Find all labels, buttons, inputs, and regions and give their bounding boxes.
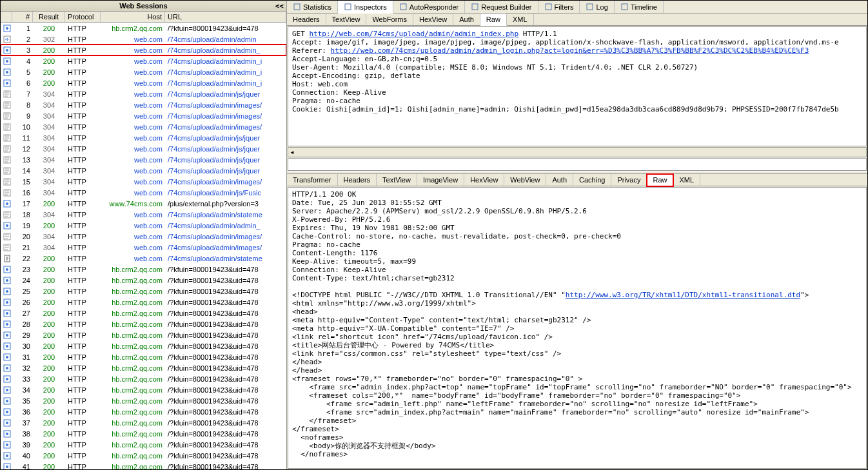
request-url[interactable]: http://web.com/74cms/upload/admin/admin_… bbox=[310, 30, 519, 38]
resptab-caching[interactable]: Caching bbox=[573, 174, 611, 186]
filter-icon bbox=[544, 3, 553, 11]
reqtab-xml[interactable]: XML bbox=[507, 14, 534, 25]
session-row[interactable]: 26200HTTPhb.crm2.qq.com/?kfuin=800019423… bbox=[1, 297, 286, 308]
session-row[interactable]: 27200HTTPhb.crm2.qq.com/?kfuin=800019423… bbox=[1, 308, 286, 318]
session-row[interactable]: 33200HTTPhb.crm2.qq.com/?kfuin=800019423… bbox=[1, 373, 286, 384]
session-row[interactable]: 34200HTTPhb.crm2.qq.com/?kfuin=800019423… bbox=[1, 384, 286, 395]
referer-url[interactable]: http://web.com/74cms/upload/admin/admin_… bbox=[331, 46, 809, 55]
session-row[interactable]: 28200HTTPhb.crm2.qq.com/?kfuin=800019423… bbox=[1, 318, 286, 329]
resptab-raw[interactable]: Raw bbox=[647, 174, 673, 186]
log-icon bbox=[586, 3, 594, 11]
col-result[interactable]: Result bbox=[33, 12, 65, 22]
tab-statistics[interactable]: Statistics bbox=[287, 1, 338, 13]
resptab-imageview[interactable]: ImageView bbox=[417, 174, 464, 186]
reqtab-raw[interactable]: Raw bbox=[480, 14, 507, 26]
row-icon bbox=[1, 79, 12, 87]
col-number[interactable]: # bbox=[12, 12, 33, 22]
session-row[interactable]: 13304HTTPweb.com/74cms/upload/admin/js/j… bbox=[1, 154, 286, 165]
sessions-header: Web Sessions << bbox=[1, 1, 286, 12]
resptab-hexview[interactable]: HexView bbox=[464, 174, 504, 186]
session-row[interactable]: 18304HTTPweb.com/74cms/upload/admin/stat… bbox=[1, 209, 286, 220]
svg-rect-68 bbox=[345, 4, 351, 10]
session-row[interactable]: 32200HTTPhb.crm2.qq.com/?kfuin=800019423… bbox=[1, 362, 286, 373]
session-row[interactable]: 1200HTTPhb.crm2.qq.com/?kfuin=800019423&… bbox=[1, 23, 286, 34]
svg-rect-72 bbox=[587, 4, 593, 10]
tab-timeline[interactable]: Timeline bbox=[615, 1, 664, 13]
resptab-privacy[interactable]: Privacy bbox=[611, 174, 647, 186]
col-protocol[interactable]: Protocol bbox=[65, 12, 101, 22]
session-row[interactable]: 10304HTTPweb.com/74cms/upload/admin/imag… bbox=[1, 121, 286, 132]
resptab-auth[interactable]: Auth bbox=[546, 174, 573, 186]
session-row[interactable]: 40200HTTPhb.crm2.qq.com/?kfuin=800019423… bbox=[1, 450, 286, 461]
svg-point-40 bbox=[6, 323, 8, 326]
session-row[interactable]: 24200HTTPhb.crm2.qq.com/?kfuin=800019423… bbox=[1, 275, 286, 286]
session-row[interactable]: 36200HTTPhb.crm2.qq.com/?kfuin=800019423… bbox=[1, 406, 286, 417]
session-row[interactable]: 38200HTTPhb.crm2.qq.com/?kfuin=800019423… bbox=[1, 428, 286, 439]
svg-point-52 bbox=[6, 389, 8, 391]
svg-point-34 bbox=[6, 290, 8, 293]
builder-icon bbox=[471, 3, 479, 11]
reqtab-headers[interactable]: Headers bbox=[287, 14, 326, 25]
session-row[interactable]: 11304HTTPweb.com/74cms/upload/admin/js/j… bbox=[1, 132, 286, 143]
tab-inspectors[interactable]: Inspectors bbox=[338, 1, 393, 14]
svg-point-56 bbox=[6, 411, 8, 413]
request-find[interactable] bbox=[288, 158, 867, 171]
session-row[interactable]: 9304HTTPweb.com/74cms/upload/admin/image… bbox=[1, 110, 286, 121]
sessions-panel: Web Sessions << # Result Protocol Host U… bbox=[1, 1, 287, 469]
svg-rect-69 bbox=[400, 4, 406, 10]
svg-point-64 bbox=[6, 455, 8, 457]
session-row[interactable]: 21304HTTPweb.com/74cms/upload/admin/imag… bbox=[1, 242, 286, 253]
session-row[interactable]: 29200HTTPhb.crm2.qq.com/?kfuin=800019423… bbox=[1, 329, 286, 340]
session-row[interactable]: 4200HTTPweb.com/74cms/upload/admin/admin… bbox=[1, 55, 286, 66]
session-row[interactable]: 15304HTTPweb.com/74cms/upload/admin/imag… bbox=[1, 176, 286, 187]
col-host[interactable]: Host bbox=[101, 12, 165, 22]
reqtab-textview[interactable]: TextView bbox=[326, 14, 367, 25]
resptab-transformer[interactable]: Transformer bbox=[287, 174, 338, 186]
request-hscroll[interactable] bbox=[288, 147, 867, 157]
chart-icon bbox=[293, 3, 301, 11]
session-row[interactable]: 20304HTTPweb.com/74cms/upload/admin/imag… bbox=[1, 231, 286, 242]
session-row[interactable]: 6200HTTPweb.com/74cms/upload/admin/admin… bbox=[1, 77, 286, 88]
sessions-list[interactable]: 1200HTTPhb.crm2.qq.com/?kfuin=800019423&… bbox=[1, 23, 286, 469]
response-raw[interactable]: HTTP/1.1 200 OK Date: Tue, 25 Jun 2013 0… bbox=[288, 187, 867, 469]
session-row[interactable]: 35200HTTPhb.crm2.qq.com/?kfuin=800019423… bbox=[1, 395, 286, 406]
reqtab-webforms[interactable]: WebForms bbox=[366, 14, 413, 25]
session-row[interactable]: 17200HTTPwww.74cms.com/plus/external.php… bbox=[1, 198, 286, 209]
request-raw[interactable]: GET http://web.com/74cms/upload/admin/ad… bbox=[288, 26, 867, 146]
row-icon bbox=[1, 221, 12, 230]
session-row[interactable]: 8304HTTPweb.com/74cms/upload/admin/image… bbox=[1, 99, 286, 110]
session-row[interactable]: 19200HTTPweb.com/74cms/upload/admin/admi… bbox=[1, 220, 286, 231]
session-row[interactable]: 7304HTTPweb.com/74cms/upload/admin/js/jq… bbox=[1, 88, 286, 99]
row-icon bbox=[1, 57, 12, 65]
col-url[interactable]: URL bbox=[165, 12, 286, 22]
session-row[interactable]: 5200HTTPweb.com/74cms/upload/admin/admin… bbox=[1, 66, 286, 77]
reqtab-auth[interactable]: Auth bbox=[453, 14, 480, 25]
resptab-headers[interactable]: Headers bbox=[338, 174, 377, 186]
row-icon bbox=[1, 166, 12, 175]
resptab-textview[interactable]: TextView bbox=[377, 174, 417, 186]
session-row[interactable]: 3200HTTPweb.com/74cms/upload/admin/admin… bbox=[1, 44, 286, 55]
tab-log[interactable]: Log bbox=[580, 1, 614, 13]
resptab-webview[interactable]: WebView bbox=[504, 174, 546, 186]
session-row[interactable]: 16304HTTPweb.com/74cms/upload/admin/js/F… bbox=[1, 187, 286, 198]
session-row[interactable]: 39200HTTPhb.crm2.qq.com/?kfuin=800019423… bbox=[1, 439, 286, 450]
session-row[interactable]: 37200HTTPhb.crm2.qq.com/?kfuin=800019423… bbox=[1, 417, 286, 428]
session-row[interactable]: 14304HTTPweb.com/74cms/upload/admin/js/j… bbox=[1, 165, 286, 176]
resptab-xml[interactable]: XML bbox=[673, 174, 700, 186]
session-row[interactable]: 22200HTTPweb.com/74cms/upload/admin/stat… bbox=[1, 253, 286, 264]
session-row[interactable]: 12304HTTPweb.com/74cms/upload/admin/js/j… bbox=[1, 143, 286, 154]
svg-rect-70 bbox=[472, 4, 478, 10]
session-row[interactable]: 25200HTTPhb.crm2.qq.com/?kfuin=800019423… bbox=[1, 286, 286, 297]
session-row[interactable]: 30200HTTPhb.crm2.qq.com/?kfuin=800019423… bbox=[1, 340, 286, 351]
session-row[interactable]: 2302HTTPweb.com/74cms/upload/admin/admin bbox=[1, 34, 286, 44]
dtd-url[interactable]: http://www.w3.org/TR/xhtml1/DTD/xhtml1-t… bbox=[566, 291, 800, 299]
session-row[interactable]: 41200HTTPhb.crm2.qq.com/?kfuin=800019423… bbox=[1, 461, 286, 469]
collapse-button[interactable]: << bbox=[275, 2, 284, 10]
tab-request-builder[interactable]: Request Builder bbox=[465, 1, 538, 13]
session-row[interactable]: 23200HTTPhb.crm2.qq.com/?kfuin=800019423… bbox=[1, 264, 286, 275]
reqtab-hexview[interactable]: HexView bbox=[413, 14, 453, 25]
svg-point-66 bbox=[6, 465, 8, 468]
tab-filters[interactable]: Filters bbox=[538, 1, 580, 13]
session-row[interactable]: 31200HTTPhb.crm2.qq.com/?kfuin=800019423… bbox=[1, 351, 286, 362]
tab-autoresponder[interactable]: AutoResponder bbox=[393, 1, 465, 13]
